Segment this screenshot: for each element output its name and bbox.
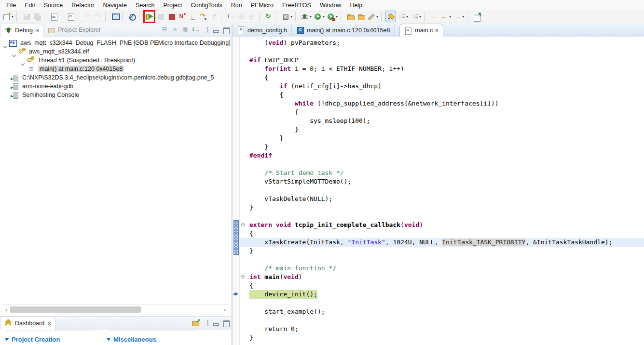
editor-tab-main-at-main-c-120-0x4015e8[interactable]: main() at main.c:120 0x4015e8 [292,24,395,37]
flash-device-button[interactable]: ▾ [280,11,293,22]
show-disassembly-button[interactable] [236,11,247,22]
minimize-button[interactable] [211,318,221,328]
menu-pemicro[interactable]: PEMicro [247,1,278,10]
code-line[interactable] [240,186,644,195]
code-line[interactable]: #endif [240,151,644,160]
step-over-button[interactable] [198,11,208,22]
tree-row[interactable]: Thread #1 (Suspended : Breakpoint) [0,56,231,65]
code-line[interactable]: ⊖int main(void) [240,273,644,281]
binary-file-button[interactable] [48,11,59,22]
pin-editor-button[interactable] [471,11,482,22]
flash-programmer-button[interactable]: ▾ [366,11,379,22]
step-return-button[interactable] [208,11,219,22]
dropdown-arrow-icon[interactable]: ▾ [376,14,378,19]
code-line[interactable]: vTaskDelete(NULL); [240,195,644,203]
section-project-creation[interactable]: Project Creation [4,331,98,345]
dropdown-arrow-icon[interactable]: ▾ [462,14,464,19]
open-console-button[interactable] [110,11,120,22]
code-line[interactable]: } [240,134,644,143]
open-project-alt-button[interactable] [356,11,366,22]
tab-dashboard[interactable]: Dashboard× [0,317,55,330]
code-line[interactable]: } [240,143,644,151]
fold-collapse-icon[interactable]: ⊖ [241,221,247,229]
code-line[interactable]: for(int i = 0; i < ETHIF_NUMBER; i++) [240,65,644,73]
step-into-button[interactable] [187,11,198,22]
scrollbar-thumb[interactable] [10,306,141,313]
menu-project[interactable]: Project [159,1,187,10]
scroll-right-icon[interactable]: › [221,306,229,313]
resume-button[interactable] [143,10,155,23]
instruction-stepping-mode-button[interactable] [191,25,201,35]
code-line[interactable]: } [240,203,644,212]
skip-all-breakpoints-button[interactable] [126,11,137,22]
tree-row[interactable]: aws_mqtt_s32k344_Debug_FLASH_PNE [GDB PE… [0,39,231,47]
menu-run[interactable]: Run [227,1,247,10]
view-menu-button[interactable] [201,318,211,328]
code-line[interactable] [240,255,644,264]
tree-row[interactable]: C:\NXP\S32DS.3.4_t\eclipse\plugins\com.p… [0,73,231,82]
close-icon[interactable]: × [48,320,51,326]
disconnect-button[interactable] [177,11,187,22]
code-line[interactable]: /* main function */ [240,264,644,273]
tab-project-explorer[interactable]: Project Explorer [43,24,105,37]
fold-collapse-icon[interactable]: ⊖ [241,273,247,281]
previous-annotation-button[interactable]: ▾ [409,11,422,22]
dropdown-arrow-icon[interactable]: ▾ [419,14,421,19]
section-collapse-icon[interactable] [5,338,9,341]
menu-refactor[interactable]: Refactor [67,1,98,10]
dropdown-arrow-icon[interactable]: ▾ [323,14,325,19]
code-line[interactable]: { [240,229,644,238]
redo-button[interactable]: ↷ [93,11,103,22]
menu-configtools[interactable]: ConfigTools [186,1,226,10]
next-annotation-button[interactable]: ▾ [396,11,409,22]
menu-edit[interactable]: Edit [20,1,40,10]
code-editor[interactable]: (void) pvParameters;#if LWIP_DHCP for(in… [233,37,644,345]
section-collapse-icon[interactable] [107,338,110,341]
editor-tab-main-c[interactable]: main.c× [399,24,443,37]
code-line[interactable] [240,212,644,221]
dropdown-arrow-icon[interactable]: ▾ [290,14,292,19]
back-button[interactable]: ▾ [439,11,452,22]
run-button[interactable]: ▾ [313,11,326,22]
tree-row[interactable]: main() at main.c:120 0x4015e8 [0,65,231,73]
annotation-ruler[interactable] [233,37,240,345]
dropdown-arrow-icon[interactable]: ▾ [406,14,408,19]
code-line[interactable]: } [240,247,644,255]
editor-tab-demo-config-h[interactable]: demo_config.h [233,24,292,37]
code-line[interactable]: sys_msleep(100); [240,117,644,125]
code-line[interactable] [240,299,644,307]
menu-navigate[interactable]: Navigate [99,1,131,10]
close-icon[interactable]: × [36,27,39,33]
dropdown-arrow-icon[interactable]: ▾ [310,14,312,19]
suspend-button[interactable] [155,11,166,22]
dropdown-arrow-icon[interactable]: ▾ [336,14,338,19]
restart-button[interactable] [263,11,274,22]
view-menu-button[interactable] [201,25,211,35]
new-wizard-button[interactable]: ▾ [1,11,14,22]
code-line[interactable]: { [240,73,644,82]
scroll-left-icon[interactable]: ‹ [2,306,10,313]
last-edit-location-button[interactable] [428,11,439,22]
code-line[interactable]: return 0; [240,325,644,333]
code-line[interactable]: if (netif_cfg[i]->has_dhcp) [240,82,644,91]
code-line[interactable] [240,316,644,325]
dropdown-arrow-icon[interactable]: ▾ [449,14,451,19]
code-line[interactable]: { [240,91,644,99]
code-line[interactable]: ⊖extern void tcpip_init_complete_callbac… [240,221,644,229]
forward-button[interactable]: ▾ [452,11,465,22]
code-line[interactable]: (void) pvParameters; [240,39,644,47]
terminate-button[interactable] [166,11,177,22]
menu-help[interactable]: Help [345,1,367,10]
run-flash-button[interactable]: ▾ [326,11,339,22]
menu-search[interactable]: Search [131,1,159,10]
remove-all-terminated-button[interactable] [170,25,180,35]
tab-debug[interactable]: Debug× [0,24,43,37]
maximize-button[interactable] [221,318,231,328]
minimize-button[interactable] [211,25,221,35]
pin-view-button[interactable] [180,25,191,35]
code-line[interactable]: /* Start demo task */ [240,169,644,177]
menu-source[interactable]: Source [40,1,68,10]
code-line[interactable]: device_init(); [240,290,644,299]
code-line[interactable]: } [240,125,644,134]
c-file-button[interactable] [65,11,76,22]
